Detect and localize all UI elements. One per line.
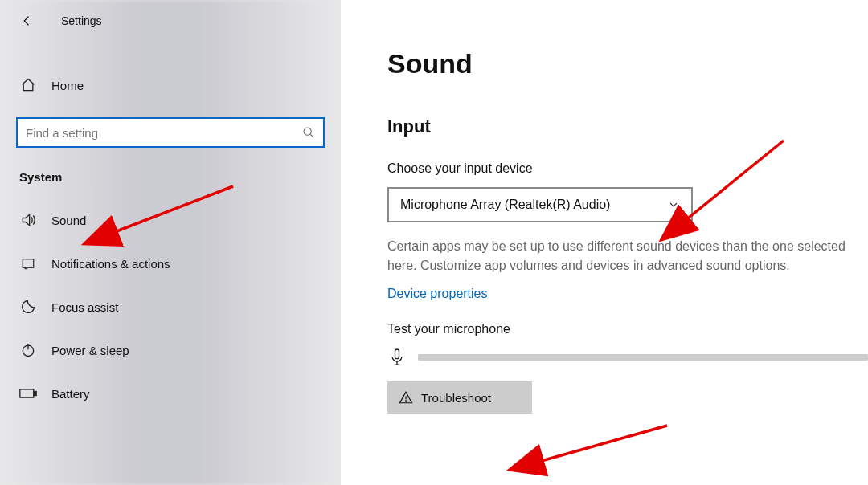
notifications-icon [19, 255, 37, 272]
battery-icon [19, 385, 37, 402]
selected-device-value: Microphone Array (Realtek(R) Audio) [400, 198, 610, 212]
device-properties-link[interactable]: Device properties [387, 287, 488, 301]
troubleshoot-label: Troubleshoot [421, 391, 491, 405]
microphone-level-bar [418, 354, 868, 361]
section-header-system: System [0, 148, 341, 192]
sidebar-item-label: Notifications & actions [51, 257, 170, 271]
page-title: Sound [387, 48, 868, 79]
svg-rect-5 [395, 349, 399, 359]
power-icon [19, 341, 37, 359]
warning-icon [399, 390, 413, 405]
sidebar-item-focus-assist[interactable]: Focus assist [0, 285, 341, 328]
svg-rect-1 [23, 259, 34, 268]
search-input[interactable] [26, 126, 302, 140]
focus-assist-icon [19, 298, 37, 316]
svg-point-6 [405, 401, 406, 401]
home-label: Home [51, 79, 84, 92]
search-box[interactable] [16, 117, 325, 148]
sound-icon [19, 211, 37, 229]
input-description-text: Certain apps may be set up to use differ… [387, 237, 862, 275]
input-device-dropdown[interactable]: Microphone Array (Realtek(R) Audio) [387, 187, 693, 222]
microphone-icon [387, 348, 407, 367]
input-section-header: Input [387, 116, 868, 137]
sidebar-item-battery[interactable]: Battery [0, 372, 341, 415]
arrow-left-icon [20, 14, 35, 28]
sidebar-item-home[interactable]: Home [0, 64, 341, 106]
svg-rect-4 [35, 391, 37, 395]
sidebar-item-label: Power & sleep [51, 344, 129, 357]
sidebar-item-sound[interactable]: Sound [0, 198, 341, 242]
sidebar-item-label: Focus assist [51, 300, 118, 314]
search-icon [302, 126, 315, 139]
microphone-level-row [387, 348, 868, 367]
sidebar-item-label: Sound [51, 214, 86, 227]
sidebar-item-power-sleep[interactable]: Power & sleep [0, 328, 341, 372]
sidebar-item-label: Battery [51, 387, 90, 401]
choose-input-label: Choose your input device [387, 161, 868, 176]
home-icon [19, 76, 37, 94]
app-title: Settings [61, 14, 102, 27]
titlebar: Settings [0, 0, 341, 42]
main-content: Sound Input Choose your input device Mic… [341, 0, 868, 485]
test-microphone-label: Test your microphone [387, 322, 868, 336]
sidebar: Settings Home System [0, 0, 341, 485]
svg-rect-3 [20, 389, 34, 397]
troubleshoot-button[interactable]: Troubleshoot [387, 381, 532, 414]
chevron-down-icon [667, 198, 680, 211]
nav-list: Sound Notifications & actions Focus assi… [0, 198, 341, 415]
svg-point-0 [304, 128, 311, 135]
back-button[interactable] [16, 10, 39, 32]
sidebar-item-notifications[interactable]: Notifications & actions [0, 242, 341, 285]
